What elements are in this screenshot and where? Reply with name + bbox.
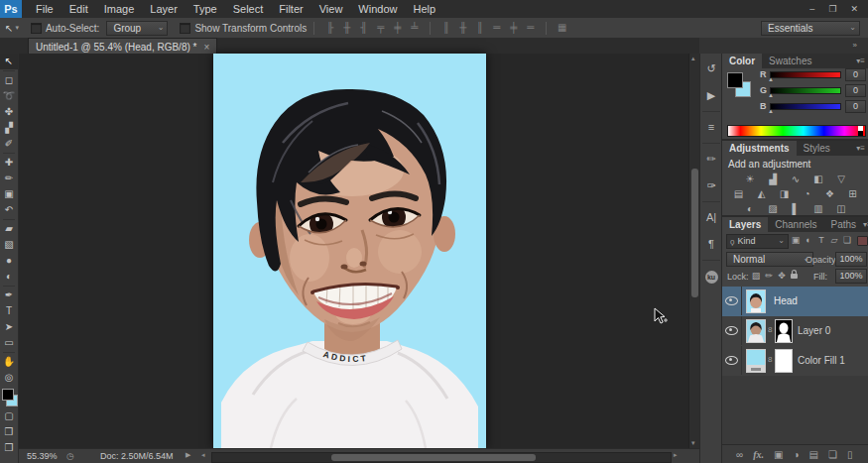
visibility-toggle[interactable] [722,287,742,315]
fill-field[interactable]: 100% [835,269,867,284]
green-slider-thumb-icon[interactable]: ▲ [768,92,774,98]
zoom-tool[interactable]: ◎ [0,370,18,386]
align-vertical-centers-icon[interactable]: ╪ [389,19,406,37]
visibility-toggle[interactable] [722,316,742,345]
scroll-up-icon[interactable]: ▴ [691,55,695,62]
tab-channels[interactable]: Channels [768,217,823,232]
tab-paths[interactable]: Paths [824,217,864,232]
lasso-tool[interactable]: ➰ [0,88,18,104]
menu-type[interactable]: Type [186,0,225,18]
green-slider[interactable] [770,87,841,94]
align-left-edges-icon[interactable]: ╟ [321,19,338,37]
menu-select[interactable]: Select [225,0,272,18]
red-slider[interactable] [770,71,841,78]
lock-image-pixels-icon[interactable]: ✏ [763,270,775,283]
type-tool[interactable]: T [0,303,18,319]
move-tool-preset-icon[interactable]: ↖ [5,23,13,34]
panel-menu-icon[interactable]: ▾≡ [856,141,868,156]
distribute-right-edges-icon[interactable]: ═ [522,19,539,37]
quick-mask-button[interactable]: ▢ [0,408,18,424]
lock-all-icon[interactable] [791,274,798,279]
brush-panel-icon[interactable]: ✏ [700,148,722,171]
properties-panel-icon[interactable]: ≡ [700,116,722,139]
dodge-tool[interactable]: ◐ [0,269,18,285]
app-logo-icon[interactable]: Ps [0,0,22,18]
eyedropper-tool[interactable]: ✐ [0,136,18,152]
menu-layer[interactable]: Layer [142,0,186,18]
color-lookup-icon[interactable]: ⊞ [845,187,860,200]
filter-shape-layers-icon[interactable]: ▱ [828,234,840,247]
path-selection-tool[interactable]: ➤ [0,319,18,335]
fill-layer-thumbnail[interactable] [746,349,766,373]
hue-saturation-icon[interactable]: ▤ [731,187,746,200]
tab-swatches[interactable]: Swatches [762,54,818,68]
filter-pixel-layers-icon[interactable]: ▣ [790,234,802,247]
brush-presets-panel-icon[interactable]: ✑ [700,174,722,197]
curves-icon[interactable]: ∿ [789,173,804,185]
panel-menu-icon[interactable]: ▾≡ [863,217,868,232]
add-layer-mask-icon[interactable]: ▣ [774,449,783,460]
tab-close-icon[interactable]: × [203,42,209,53]
crop-tool[interactable]: ▞ [0,120,18,136]
posterize-icon[interactable]: ▨ [766,202,781,215]
foreground-color-swatch[interactable] [727,72,743,88]
brush-tool[interactable]: ✏ [0,171,18,186]
quick-selection-tool[interactable]: ✤ [0,104,18,120]
canvas-document[interactable]: ADDICT [213,54,486,448]
collapse-panels-icon[interactable]: » [853,41,856,50]
status-menu-icon[interactable]: ▶ [186,451,190,459]
visibility-toggle[interactable] [722,346,742,375]
layer-effects-icon[interactable]: fx. [753,449,764,460]
brightness-contrast-icon[interactable]: ☀ [743,173,758,185]
layer-filter-dropdown[interactable]: ϙKind [726,234,789,249]
restore-button[interactable]: ❐ [828,0,836,18]
rectangle-tool[interactable]: ▭ [0,335,18,351]
filter-type-layers-icon[interactable]: T [815,234,827,247]
mask-link-icon[interactable]: 8 [768,355,772,364]
distribute-bottom-edges-icon[interactable]: ║ [471,19,488,37]
foreground-color-swatch[interactable] [2,389,14,401]
blue-slider-thumb-icon[interactable]: ▲ [768,108,774,114]
threshold-icon[interactable]: ▌ [789,202,804,215]
close-button[interactable]: ✕ [850,0,858,18]
menu-file[interactable]: File [28,0,62,18]
green-value-field[interactable]: 0 [845,84,866,97]
opacity-field[interactable]: 100% [835,252,867,267]
red-value-field[interactable]: 0 [845,68,866,81]
new-group-icon[interactable]: ▤ [808,449,817,460]
filter-adjustment-layers-icon[interactable]: ◐ [803,234,814,247]
pen-tool[interactable]: ✒ [0,288,18,303]
distribute-top-edges-icon[interactable]: ║ [437,19,454,37]
distribute-vertical-centers-icon[interactable]: ╫ [454,19,471,37]
layer-row-head[interactable]: Head [722,287,868,317]
tab-layers[interactable]: Layers [722,217,768,232]
layer-mask-thumbnail[interactable] [775,319,793,343]
blend-mode-dropdown[interactable]: Normal [726,252,813,267]
invert-icon[interactable]: ◐ [743,202,758,215]
black-tile-icon[interactable] [858,131,863,136]
distribute-left-edges-icon[interactable]: ═ [488,19,505,37]
layer-row-layer0[interactable]: 8 Layer 0 [722,316,868,347]
layer-row-colorfill1[interactable]: 8 Color Fill 1 [722,346,868,377]
selective-color-icon[interactable]: ◫ [834,202,849,215]
tab-color[interactable]: Color [722,54,762,68]
photo-filter-icon[interactable]: ◔ [800,187,814,200]
delete-layer-icon[interactable]: ▯ [847,449,853,460]
kuler-panel-icon[interactable]: ku [700,265,722,288]
eraser-tool[interactable]: ▰ [0,221,18,237]
tab-styles[interactable]: Styles [797,141,837,156]
scroll-down-icon[interactable]: ▾ [691,439,695,447]
auto-select-checkbox[interactable] [31,23,42,34]
filter-smart-objects-icon[interactable]: ❏ [841,234,853,247]
new-layer-icon[interactable]: ❏ [828,449,837,460]
align-top-edges-icon[interactable]: ╤ [372,19,389,37]
menu-edit[interactable]: Edit [62,0,96,18]
new-adjustment-layer-icon[interactable]: ◑ [793,449,799,460]
layers-empty-area[interactable] [722,376,868,445]
lock-transparent-pixels-icon[interactable]: ▨ [750,270,762,283]
horizontal-scrollbar[interactable] [211,452,672,463]
red-slider-thumb-icon[interactable]: ▲ [768,76,774,82]
show-transform-checkbox[interactable] [180,23,190,34]
actions-panel-icon[interactable]: ▶ [700,84,722,107]
black-white-icon[interactable]: ◨ [777,187,792,200]
